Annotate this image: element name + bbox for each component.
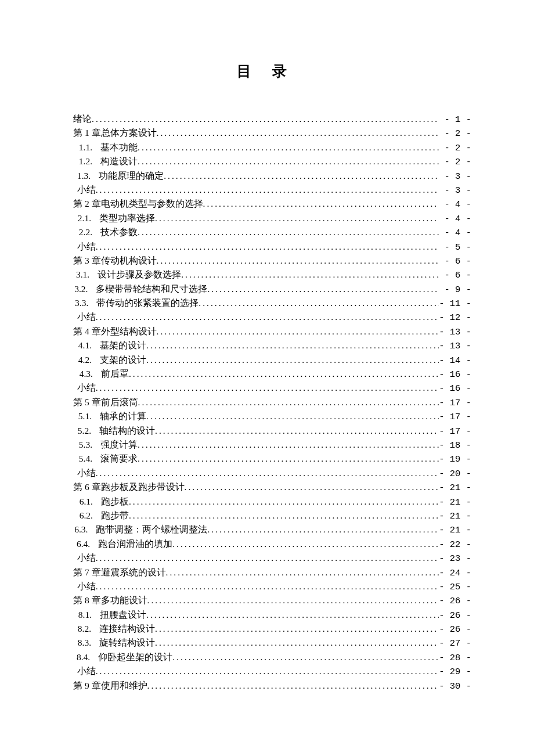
toc-entry-page: - 2 - [439,129,471,139]
toc-entry-lead: 8.2. [73,624,99,633]
toc-entry: 3.1.设计步骤及参数选择 - 6 - [73,270,471,284]
toc-leader-dots [157,327,439,336]
toc-entry-lead: 5.2. [73,426,99,435]
toc-entry: 4.3.前后罩 - 16 - [73,369,471,383]
toc-entry-page: - 16 - [439,384,471,394]
toc-entry-page: - 4 - [439,229,471,238]
toc-entry-page: - 21 - [439,498,471,507]
toc-entry-label: 跑步带 [101,511,129,520]
toc-entry: 5.4.滚筒要求 - 19 - [73,454,471,468]
toc-entry-lead: 第 2 章 [73,199,101,208]
toc-entry: 小结- 3 - [73,185,471,199]
toc-entry: 小结- 12 - [73,312,471,326]
toc-entry-lead: 4.1. [73,341,100,350]
toc-entry-page: - 21 - [439,484,471,493]
toc-entry-page: - 13 - [439,342,471,351]
toc-entry-label: 构造设计 [100,157,138,166]
toc-entry-lead: 6.1. [73,497,101,506]
toc-entry-label: 设计步骤及参数选择 [98,270,181,279]
toc-entry-lead: 5.1. [73,412,100,421]
toc-entry: 6.3.跑带调整：两个螺栓调整法 - 21 - [73,525,471,539]
toc-entry-page: - 21 - [439,526,471,535]
toc-entry-lead: 小结 [73,667,96,676]
toc-leader-dots [207,285,439,294]
toc-leader-dots [172,653,439,662]
toc-entry: 8.3.旋转结构设计 - 27 - [73,638,471,652]
toc-entry: 1.2.构造设计 - 2 - [73,157,471,171]
toc-entry-lead: 2.1. [73,214,99,223]
toc-entry: 3.2.多楔带带轮结构和尺寸选择 - 9 - [73,285,471,298]
toc-entry-lead: 8.4. [73,653,98,662]
toc-entry-page: - 3 - [439,186,471,196]
toc-entry-page: - 26 - [439,625,471,635]
toc-leader-dots [138,228,439,237]
toc-entry-page: - 17 - [439,427,471,437]
toc-entry-lead: 3.3. [73,298,96,308]
toc-entry-label: 避震系统的设计 [101,568,166,577]
toc-entry-lead: 第 9 章 [73,681,101,690]
toc-entry-label: 仰卧起坐架的设计 [98,653,172,662]
toc-entry: 6.1.跑步板 - 21 - [73,497,471,511]
toc-leader-dots [138,157,439,166]
toc-entry-label: 轴结构的设计 [99,426,155,435]
toc-entry-lead: 1.3. [73,171,99,181]
toc-entry-page: - 29 - [439,668,471,677]
toc-entry-page: - 9 - [439,286,471,295]
toc-entry-page: - 26 - [439,611,471,621]
toc-entry-lead: 第 8 章 [73,596,101,605]
toc-entry-label: 外型结构设计 [101,327,157,336]
toc-leader-dots [96,582,439,591]
toc-leader-dots [96,242,439,251]
toc-leader-dots [155,426,439,435]
toc-entry-page: - 3 - [439,172,471,182]
toc-entry-lead: 小结 [73,469,96,478]
toc-entry-page: - 1 - [439,116,471,125]
toc-entry-lead: 6.3. [73,525,96,534]
toc-entry-page: - 27 - [439,639,471,649]
toc-entry: 1.1.基本功能 - 2 - [73,143,471,157]
toc-entry: 第 5 章前后滚筒 - 17 - [73,398,471,412]
toc-leader-dots [157,256,439,265]
toc-entry: 第 3 章传动机构设计 - 6 - [73,256,471,270]
toc-entry: 小结- 23 - [73,553,471,567]
toc-entry: 8.1.扭腰盘设计 - 26 - [73,610,471,624]
toc-entry-label: 跑步板 [101,497,129,506]
toc-leader-dots [147,596,439,605]
toc-leader-dots [146,341,439,350]
toc-entry: 5.2.轴结构的设计 - 17 - [73,426,471,440]
toc-entry: 第 2 章电动机类型与参数的选择 - 4 - [73,199,471,213]
toc-entry-label: 使用和维护 [101,681,147,690]
toc-entry: 5.1.轴承的计算 - 17 - [73,412,471,426]
toc-entry: 第 7 章避震系统的设计 - 24 - [73,568,471,582]
toc-leader-dots [203,199,439,208]
toc-entry-label: 滚筒要求 [100,454,138,463]
toc-entry-lead: 1.1. [73,143,100,152]
toc-entry-page: - 6 - [439,257,471,267]
toc-entry-page: - 11 - [439,300,471,309]
toc-leader-dots [96,469,439,478]
toc-leader-dots [146,412,439,421]
toc-entry: 6.4.跑台润滑油的填加 - 22 - [73,539,471,553]
toc-entry-label: 强度计算 [100,440,138,449]
toc-entry-label: 基架的设计 [100,341,146,350]
toc-entry-lead: 第 1 章 [73,128,101,138]
toc-entry-label: 扭腰盘设计 [100,610,146,620]
toc-entry: 2.2.技术参数 - 4 - [73,228,471,242]
toc-entry: 小结- 5 - [73,242,471,256]
toc-leader-dots [155,214,439,223]
toc-entry: 6.2.跑步带 - 21 - [73,511,471,525]
toc-entry-page: - 23 - [439,555,471,564]
toc-entry-page: - 26 - [439,597,471,606]
toc-entry-label: 多功能设计 [101,596,147,605]
toc-leader-dots [138,440,439,449]
toc-entry-page: - 20 - [439,470,471,479]
toc-leader-dots [172,539,439,549]
toc-leader-dots [166,568,439,577]
toc-leader-dots [138,143,439,152]
toc-entry: 8.4.仰卧起坐架的设计 - 28 - [73,653,471,667]
toc-entry-label: 传动机构设计 [101,256,157,265]
toc-entry-lead: 绪论 [73,114,92,124]
toc-leader-dots [199,298,439,308]
toc-leader-dots [155,638,439,647]
toc-entry-lead: 6.4. [73,539,98,549]
